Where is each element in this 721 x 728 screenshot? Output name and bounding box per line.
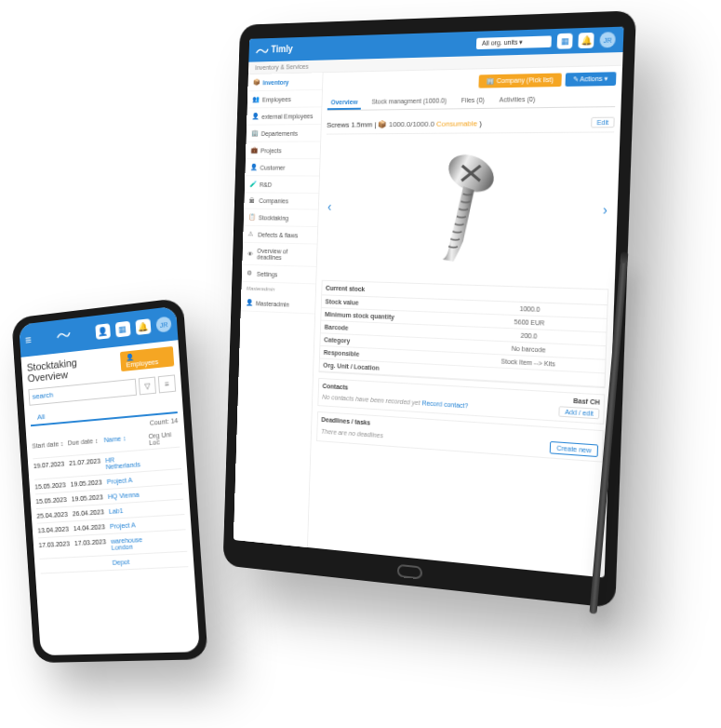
qr-icon[interactable]: ▦ bbox=[115, 321, 131, 338]
item-stock: 1000.0/1000.0 bbox=[389, 120, 434, 128]
detail-table: Current stock Stock value1000.0Minimum s… bbox=[319, 280, 609, 388]
tab-activities[interactable]: Activities (0) bbox=[495, 93, 539, 108]
company-button[interactable]: 🏢 Company (Pick list) bbox=[479, 74, 562, 88]
cell-org bbox=[152, 473, 182, 481]
sidebar-item-projects[interactable]: 💼Projects bbox=[246, 142, 320, 159]
user-icon: 👤 bbox=[126, 354, 134, 361]
cell-name[interactable]: warehouse London bbox=[111, 535, 156, 551]
sidebar-item-label: Projects bbox=[260, 147, 282, 154]
tab-overview[interactable]: Overview bbox=[327, 96, 362, 110]
bell-icon[interactable]: 🔔 bbox=[135, 318, 151, 335]
qr-icon[interactable]: ▦ bbox=[557, 34, 573, 49]
contacts-empty: No contacts have been recorded yet bbox=[322, 394, 421, 406]
cell-org bbox=[155, 533, 187, 548]
org-unit-select[interactable]: All org. units ▾ bbox=[476, 35, 552, 49]
cell-start: 15.05.2023 bbox=[34, 481, 71, 491]
cell-org bbox=[154, 519, 185, 527]
item-header: Screws 1.5mm | 📦 1000.0/1000.0 Consumabl… bbox=[327, 113, 615, 134]
sort-icon: ↕ bbox=[123, 435, 127, 441]
cell-due: 26.04.2023 bbox=[73, 508, 110, 517]
sidebar-item-masteradmin[interactable]: 👤 Masteradmin bbox=[241, 294, 315, 314]
menu-icon[interactable]: ≡ bbox=[24, 333, 31, 346]
cell-due: 14.04.2023 bbox=[73, 523, 111, 532]
cell-name[interactable]: HQ Vienna bbox=[108, 491, 154, 500]
cell-name[interactable]: Depot bbox=[113, 558, 158, 566]
tab-stock[interactable]: Stock managment (1000.0) bbox=[367, 94, 450, 109]
sidebar-item-companies[interactable]: 🏛Companies bbox=[244, 193, 318, 209]
sidebar-item-label: Settings bbox=[257, 270, 278, 276]
cell-name[interactable]: Project A bbox=[107, 476, 153, 485]
sidebar-icon: 📦 bbox=[253, 79, 260, 87]
col-name[interactable]: Name ↕ bbox=[104, 433, 150, 450]
prev-arrow-icon[interactable]: ‹ bbox=[327, 199, 332, 214]
avatar[interactable]: JR bbox=[599, 32, 615, 47]
sidebar-item-r-d[interactable]: 🧪R&D bbox=[245, 176, 319, 194]
cell-due: 21.07.2023 bbox=[69, 457, 106, 473]
tablet-main: 📦Inventory👥Employees👤external Employees🏢… bbox=[234, 66, 622, 578]
cell-due bbox=[75, 559, 113, 568]
tab-all[interactable]: All bbox=[30, 409, 52, 425]
bell-icon[interactable]: 🔔 bbox=[578, 33, 594, 48]
company-btn-label: Company (Pick list) bbox=[497, 76, 554, 84]
sidebar-item-inventory[interactable]: 📦Inventory bbox=[247, 73, 322, 91]
cell-start: 25.04.2023 bbox=[36, 510, 73, 519]
user-icon: 👤 bbox=[246, 299, 252, 306]
sidebar-item-label: Stocktaking bbox=[259, 214, 288, 221]
home-button[interactable] bbox=[397, 564, 422, 580]
building-icon: 🏢 bbox=[487, 77, 495, 84]
tablet-device: Timly All org. units ▾ ▦ 🔔 JR Inventory … bbox=[223, 10, 636, 608]
sort-icon: ↕ bbox=[95, 438, 99, 444]
cell-org bbox=[154, 504, 184, 512]
next-arrow-icon[interactable]: › bbox=[603, 202, 608, 218]
sidebar-item-employees[interactable]: 👥Employees bbox=[247, 90, 322, 109]
cell-org bbox=[150, 452, 181, 467]
col-due[interactable]: Due date ↕ bbox=[67, 437, 104, 452]
tablet-header-right: All org. units ▾ ▦ 🔔 JR bbox=[476, 32, 616, 51]
avatar[interactable]: JR bbox=[155, 317, 171, 333]
sidebar-item-customer[interactable]: 👤Customer bbox=[245, 159, 319, 177]
tablet-screen: Timly All org. units ▾ ▦ 🔔 JR Inventory … bbox=[234, 27, 624, 578]
item-title: Screws 1.5mm | 📦 1000.0/1000.0 Consumabl… bbox=[327, 119, 482, 129]
user-icon[interactable]: 👤 bbox=[95, 323, 111, 340]
content-actions: 🏢 Company (Pick list) ✎ Actions ▾ bbox=[327, 72, 616, 90]
chevron-down-icon: ▾ bbox=[519, 38, 523, 45]
brand-label: Timly bbox=[271, 44, 293, 54]
sidebar-item-departements[interactable]: 🏢Departements bbox=[247, 125, 321, 142]
stock-icon: 📦 bbox=[378, 120, 387, 128]
filter-icon[interactable]: ▽ bbox=[139, 377, 156, 396]
employees-button[interactable]: 👤 Employees bbox=[120, 346, 175, 371]
sidebar-item-overview-of-deadlines[interactable]: 👁Overview of deadlines bbox=[242, 243, 316, 267]
sidebar-item-label: external Employees bbox=[261, 113, 313, 119]
sidebar-icon: ⚙ bbox=[247, 270, 253, 277]
cell-start: 17.03.2023 bbox=[38, 540, 74, 555]
deadlines-empty: There are no deadlines bbox=[321, 428, 383, 439]
actions-btn-label: Actions bbox=[580, 75, 602, 83]
columns-icon[interactable]: ≡ bbox=[158, 374, 176, 393]
col-start[interactable]: Start date ↕ bbox=[32, 439, 68, 455]
cell-name[interactable]: HR Netherlands bbox=[105, 453, 151, 470]
sidebar-item-defects-flaws[interactable]: ⚠Defects & flaws bbox=[243, 226, 317, 245]
tablet-content: 🏢 Company (Pick list) ✎ Actions ▾ Overvi… bbox=[308, 66, 622, 578]
actions-button[interactable]: ✎ Actions ▾ bbox=[565, 72, 616, 87]
create-new-button[interactable]: Create new bbox=[550, 441, 598, 457]
sidebar-item-label: Customer bbox=[260, 164, 285, 170]
pencil-icon: ✎ bbox=[572, 75, 578, 82]
cell-start: 15.05.2023 bbox=[35, 496, 72, 505]
sidebar-item-label: Defects & flaws bbox=[258, 231, 298, 238]
col-org[interactable]: Org Uni Loc bbox=[148, 430, 180, 446]
cell-start bbox=[40, 561, 76, 570]
sidebar-item-label: Inventory bbox=[262, 78, 288, 85]
sidebar-item-external-employees[interactable]: 👤external Employees bbox=[247, 107, 321, 125]
sidebar-item-stocktaking[interactable]: 📋Stocktaking bbox=[244, 209, 318, 228]
cell-org bbox=[153, 488, 183, 496]
sidebar-icon: 📋 bbox=[248, 213, 255, 221]
cell-name[interactable]: Project A bbox=[110, 520, 155, 530]
record-contact-link[interactable]: Record contact? bbox=[421, 399, 468, 409]
page-title: Stocktaking Overview bbox=[26, 352, 121, 384]
cell-name[interactable]: Lab1 bbox=[109, 506, 154, 515]
sidebar-icon: 💼 bbox=[250, 147, 257, 155]
edit-button[interactable]: Edit bbox=[591, 117, 615, 128]
tab-files[interactable]: Files (0) bbox=[458, 94, 488, 109]
add-edit-button[interactable]: Add / edit bbox=[559, 406, 600, 419]
detail-label: Stock value bbox=[325, 298, 459, 309]
